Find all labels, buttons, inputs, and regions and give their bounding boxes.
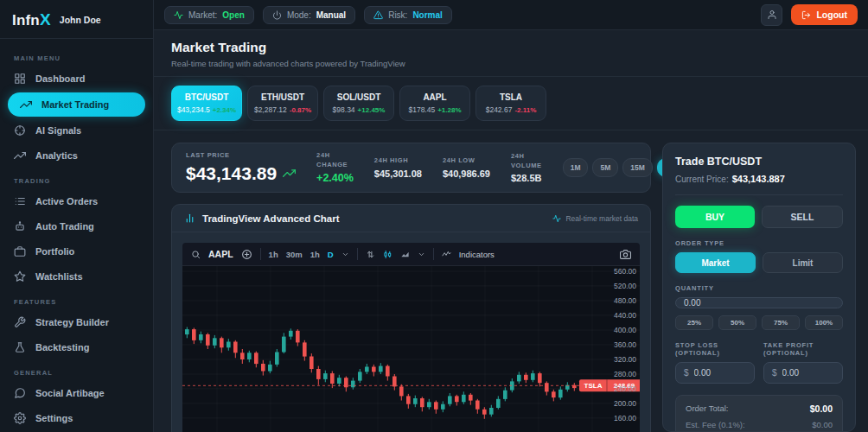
sidebar-item-market-trading[interactable]: Market Trading [8, 92, 145, 117]
star-icon [14, 270, 26, 283]
area-chart-style-icon[interactable] [400, 250, 410, 259]
candlestick-chart[interactable]: TSLA248.69560.00520.00480.00440.00400.00… [182, 266, 640, 432]
logout-button[interactable]: Logout [791, 4, 858, 25]
order-type-limit[interactable]: Limit [763, 252, 843, 273]
stat-value: $45,301.08 [374, 168, 422, 179]
ticker-symbol: TSLA [480, 92, 542, 102]
status-label: Market: [188, 10, 217, 20]
stop-loss-input[interactable] [694, 368, 746, 378]
percent-50-[interactable]: 50% [718, 315, 756, 330]
interval-1h[interactable]: 1h [269, 250, 278, 259]
sidebar-item-auto-trading[interactable]: Auto Trading [0, 214, 153, 238]
timeframe-5m[interactable]: 5M [592, 158, 618, 177]
stats-bar: LAST PRICE $43,143.89 24H CHANGE +2.40% … [171, 143, 651, 193]
sidebar-item-backtesting[interactable]: Backtesting [0, 335, 153, 359]
sidebar-item-label: AI Signals [35, 125, 81, 136]
chart-symbol-input[interactable]: AAPL [208, 249, 233, 259]
sidebar-item-social-artibage[interactable]: Social Artibage [0, 381, 153, 405]
percent-buttons: 25%50%75%100% [675, 315, 843, 330]
ticker-card-eth-usdt[interactable]: ETH/USDT $2,287.12-0.87% [247, 86, 318, 121]
ticker-price: $43,234.5 [177, 105, 210, 114]
ticker-row: BTC/USDT $43,234.5+2.34% ETH/USDT $2,287… [154, 77, 868, 130]
interval-1h[interactable]: 1h [310, 250, 320, 259]
chevron-down-icon[interactable] [418, 251, 425, 258]
currency-prefix: $ [772, 368, 777, 378]
indicators-button[interactable]: Indicators [459, 250, 495, 259]
stop-loss-label: STOP LOSS (OPTIONAL) [675, 341, 755, 357]
status-label: Mode: [287, 10, 311, 20]
ticker-card-tsla[interactable]: TSLA $242.67-2.11% [475, 86, 546, 121]
sidebar-item-label: Settings [35, 413, 73, 423]
chevron-down-icon[interactable] [341, 251, 349, 258]
timeframe-1m[interactable]: 1M [563, 158, 589, 177]
sidebar-section-main-menu: MAIN MENU [0, 46, 153, 66]
svg-text:560.00: 560.00 [614, 267, 636, 276]
stat-label: 24H LOW [443, 156, 488, 165]
percent-100-[interactable]: 100% [805, 315, 843, 330]
wrench-icon [14, 316, 26, 328]
main-content: Market Trading Real-time trading with ad… [154, 30, 868, 432]
sidebar-item-strategy-builder[interactable]: Strategy Builder [0, 310, 153, 334]
status-label: Risk: [388, 10, 407, 20]
stat-label: 24H CHANGE [316, 151, 354, 168]
sidebar-item-active-orders[interactable]: Active Orders [0, 189, 153, 213]
sidebar-item-dashboard[interactable]: Dashboard [0, 67, 153, 91]
take-profit-label: TAKE PROFIT (OPTIONAL) [763, 341, 843, 357]
ticker-symbol: BTC/USDT [176, 92, 238, 102]
order-type-label: ORDER TYPE [675, 239, 843, 247]
stat-label: 24H VOLUME [511, 152, 542, 169]
ticker-card-sol-usdt[interactable]: SOL/USDT $98.34+12.45% [323, 86, 394, 121]
stat-24h-low: 24H LOW $40,986.69 [443, 156, 490, 178]
timeframe-15m[interactable]: 15M [622, 158, 653, 177]
stat-value: $43,143.89 [186, 163, 296, 184]
quantity-input[interactable] [675, 297, 843, 308]
percent-75-[interactable]: 75% [762, 315, 800, 330]
sidebar-item-portfolio[interactable]: Portfolio [0, 239, 153, 264]
ticker-change: -2.11% [514, 106, 536, 114]
order-type-market[interactable]: Market [675, 252, 756, 273]
user-name: John Doe [60, 15, 101, 25]
sidebar-section-trading: TRADING [0, 168, 153, 188]
svg-text:480.00: 480.00 [614, 296, 636, 305]
svg-text:400.00: 400.00 [614, 326, 636, 334]
ticker-change: +1.28% [437, 106, 461, 114]
sort-arrows-icon[interactable] [366, 250, 375, 259]
order-type-toggle: MarketLimit [675, 252, 843, 273]
svg-text:360.00: 360.00 [614, 340, 636, 349]
interval-d[interactable]: D [328, 250, 334, 259]
take-profit-input[interactable] [782, 368, 834, 378]
camera-snapshot-icon[interactable] [620, 249, 631, 260]
flask-icon [14, 341, 26, 353]
list-icon [14, 195, 26, 207]
stat-24h-change: 24H CHANGE +2.40% [316, 151, 354, 183]
svg-text:440.00: 440.00 [614, 311, 636, 320]
user-profile-button[interactable] [761, 4, 782, 26]
sidebar-item-label: Auto Trading [35, 221, 94, 232]
stat-label: LAST PRICE [186, 151, 296, 160]
ticker-change: +12.45% [358, 106, 386, 114]
sidebar-item-analytics[interactable]: Analytics [0, 143, 153, 168]
activity-icon [552, 214, 561, 223]
user-icon [767, 10, 777, 20]
sidebar-item-watchlists[interactable]: Watchlists [0, 264, 153, 289]
search-icon [191, 250, 201, 259]
sidebar-item-settings[interactable]: Settings [0, 406, 153, 430]
ticker-card-aapl[interactable]: AAPL $178.45+1.28% [399, 86, 470, 121]
sidebar-item-label: Active Orders [35, 196, 98, 206]
ticker-card-btc-usdt[interactable]: BTC/USDT $43,234.5+2.34% [171, 86, 242, 121]
status-value: Open [222, 10, 245, 20]
currency-prefix: $ [684, 368, 689, 378]
indicators-icon[interactable] [442, 250, 451, 259]
interval-30m[interactable]: 30m [286, 250, 303, 259]
svg-text:280.00: 280.00 [614, 370, 636, 378]
sidebar-item-ai-signals[interactable]: AI Signals [0, 118, 153, 143]
sidebar-item-label: Social Artibage [35, 388, 105, 398]
logo-row: InfnX John Doe [0, 0, 153, 39]
sell-button[interactable]: SELL [762, 206, 843, 228]
compare-add-icon[interactable] [241, 249, 252, 260]
percent-25-[interactable]: 25% [675, 315, 713, 330]
ticker-change: -0.87% [290, 106, 311, 114]
current-price-value: $43,143.887 [732, 174, 785, 184]
candlestick-style-icon[interactable] [383, 250, 393, 259]
buy-button[interactable]: BUY [675, 206, 755, 228]
